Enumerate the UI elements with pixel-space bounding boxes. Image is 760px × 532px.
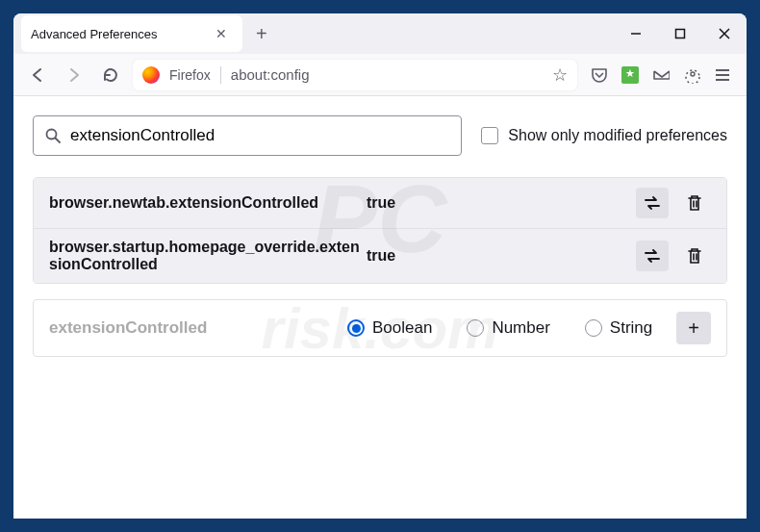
toggle-button[interactable] [636,241,669,271]
svg-line-8 [56,139,61,143]
only-modified-label: Show only modified preferences [508,127,727,144]
svg-point-3 [691,72,695,76]
only-modified-toggle[interactable]: Show only modified preferences [481,127,727,144]
type-label: Boolean [372,318,432,338]
browser-tab[interactable]: Advanced Preferences ✕ [21,15,242,52]
account-icon[interactable] [683,66,700,84]
pref-value: true [367,247,636,265]
row-actions [636,241,711,271]
new-tab-button[interactable]: + [256,23,267,45]
maximize-button[interactable] [658,13,702,54]
mail-icon[interactable] [652,66,670,84]
type-options: Boolean Number String [347,318,676,338]
title-bar: Advanced Preferences ✕ + [13,13,747,54]
forward-button[interactable] [60,61,89,89]
toggle-button[interactable] [636,188,669,218]
radio-icon [347,319,365,337]
urlbar-divider [220,66,221,84]
pref-row: browser.newtab.extensionControlled true [34,178,726,229]
row-actions [636,188,711,218]
reload-button[interactable] [96,61,125,89]
extension-green-icon[interactable] [621,66,639,84]
pref-table: browser.newtab.extensionControlled true … [33,177,727,284]
pocket-icon[interactable] [591,66,608,84]
back-button[interactable] [23,61,52,89]
page-content: Show only modified preferences browser.n… [13,96,747,519]
delete-button[interactable] [678,188,711,218]
new-pref-name: extensionControlled [49,318,347,338]
url-bar[interactable]: Firefox about:config ☆ [133,60,577,90]
minimize-button[interactable] [614,13,658,54]
nav-toolbar: Firefox about:config ☆ [13,54,747,96]
browser-window: Advanced Preferences ✕ + Firef [13,13,747,519]
window-controls [614,13,747,54]
delete-button[interactable] [678,241,711,271]
bookmark-star-icon[interactable]: ☆ [552,64,568,86]
toolbar-extensions [585,66,737,84]
type-number[interactable]: Number [467,318,549,338]
radio-icon [467,319,484,337]
type-boolean[interactable]: Boolean [347,318,432,338]
menu-button[interactable] [714,66,731,84]
pref-value: true [367,194,636,212]
svg-rect-1 [676,30,685,38]
type-string[interactable]: String [585,318,652,338]
pref-row: browser.startup.homepage_override.extens… [34,229,726,283]
url-text: about:config [231,66,543,83]
type-label: Number [492,318,549,338]
radio-icon [585,319,602,337]
search-icon [45,128,61,143]
close-window-button[interactable] [702,13,747,54]
pref-name: browser.startup.homepage_override.extens… [49,239,367,273]
search-box[interactable] [33,115,462,156]
new-pref-row: extensionControlled Boolean Number Strin… [33,299,727,357]
search-row: Show only modified preferences [33,115,727,156]
url-product-label: Firefox [169,67,211,83]
tab-title: Advanced Preferences [31,27,158,41]
firefox-logo-icon [142,66,160,84]
add-button[interactable]: + [676,312,711,344]
close-tab-icon[interactable]: ✕ [215,26,227,41]
checkbox-icon[interactable] [481,127,498,144]
type-label: String [610,318,652,338]
search-input[interactable] [70,126,449,145]
pref-name: browser.newtab.extensionControlled [49,194,367,212]
